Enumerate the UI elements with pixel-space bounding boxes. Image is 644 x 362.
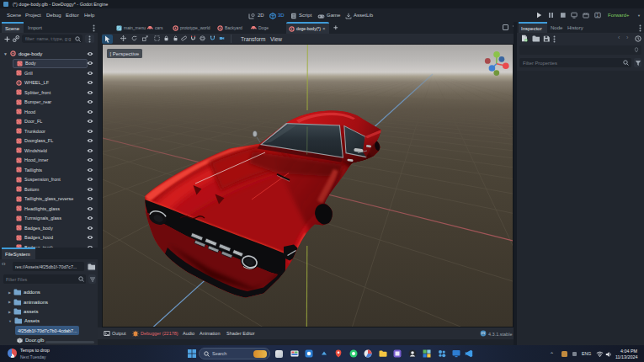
- svg-text:1: 1: [596, 13, 599, 18]
- svg-text:[ Perspective: [ Perspective: [110, 51, 140, 56]
